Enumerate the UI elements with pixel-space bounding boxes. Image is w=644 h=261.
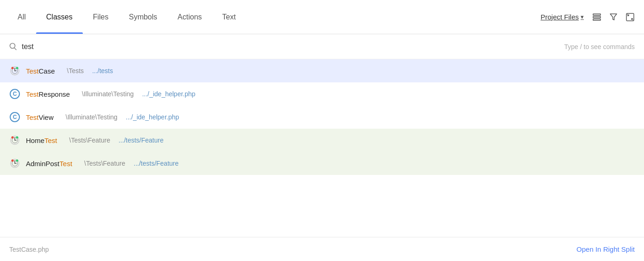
main-content: Type / to see commands TestCase \Tests .…	[0, 34, 644, 261]
tabs-left: All Classes Files Symbols Actions Text	[7, 0, 246, 34]
tab-bar: All Classes Files Symbols Actions Text P…	[0, 0, 644, 34]
svg-point-22	[16, 160, 19, 162]
shrink-icon[interactable]	[624, 11, 637, 24]
tabs-right: Project Files ▾	[538, 11, 637, 24]
svg-point-10	[16, 67, 19, 69]
svg-rect-1	[593, 16, 601, 18]
result-icon-class: C	[9, 112, 20, 123]
result-icon-test	[9, 65, 20, 76]
tab-symbols[interactable]: Symbols	[118, 0, 167, 34]
result-name: TestCase	[26, 67, 55, 75]
list-view-icon[interactable]	[590, 11, 603, 24]
results-list: TestCase \Tests .../tests C TestResponse…	[0, 59, 644, 237]
search-bar: Type / to see commands	[0, 34, 644, 59]
result-namespace: \Tests\Feature	[84, 160, 125, 167]
svg-point-15	[12, 137, 14, 139]
search-hint: Type / to see commands	[564, 43, 635, 50]
result-name: TestView	[26, 113, 54, 121]
tab-classes[interactable]: Classes	[36, 0, 83, 34]
result-icon-test	[9, 158, 20, 169]
footer: TestCase.php Open In Right Split	[0, 237, 644, 261]
result-path: .../tests	[92, 67, 113, 75]
result-path: .../_ide_helper.php	[142, 90, 195, 98]
result-namespace: \Tests\Feature	[69, 137, 111, 144]
tab-text[interactable]: Text	[212, 0, 246, 34]
result-namespace: \Illuminate\Testing	[66, 113, 118, 121]
result-path: .../_ide_helper.php	[126, 113, 179, 121]
result-path: .../tests/Feature	[134, 160, 179, 167]
filter-icon[interactable]	[607, 11, 620, 24]
result-icon-class: C	[9, 88, 20, 99]
chevron-down-icon: ▾	[581, 13, 584, 20]
result-item[interactable]: HomeTest \Tests\Feature .../tests/Featur…	[0, 129, 644, 152]
result-name: AdminPostTest	[26, 160, 72, 168]
svg-point-21	[12, 160, 14, 162]
result-name: TestResponse	[26, 90, 70, 98]
svg-rect-2	[593, 19, 601, 20]
search-icon	[9, 43, 17, 50]
result-namespace: \Tests	[67, 67, 84, 75]
svg-point-16	[16, 137, 19, 139]
tab-files[interactable]: Files	[83, 0, 119, 34]
result-item[interactable]: AdminPostTest \Tests\Feature .../tests/F…	[0, 152, 644, 175]
result-item[interactable]: TestCase \Tests .../tests	[0, 59, 644, 82]
result-item[interactable]: C TestView \Illuminate\Testing .../_ide_…	[0, 106, 644, 129]
search-input[interactable]	[22, 43, 559, 51]
result-namespace: \Illuminate\Testing	[82, 90, 134, 98]
result-path: .../tests/Feature	[118, 137, 163, 144]
result-item[interactable]: C TestResponse \Illuminate\Testing .../_…	[0, 82, 644, 106]
tab-actions[interactable]: Actions	[167, 0, 212, 34]
tab-all[interactable]: All	[7, 0, 36, 34]
result-name: HomeTest	[26, 137, 57, 144]
svg-rect-0	[593, 14, 601, 15]
open-right-split-button[interactable]: Open In Right Split	[576, 245, 635, 253]
svg-point-9	[12, 67, 14, 69]
footer-filename: TestCase.php	[9, 246, 49, 253]
result-icon-test	[9, 135, 20, 146]
project-files-button[interactable]: Project Files ▾	[538, 11, 587, 23]
